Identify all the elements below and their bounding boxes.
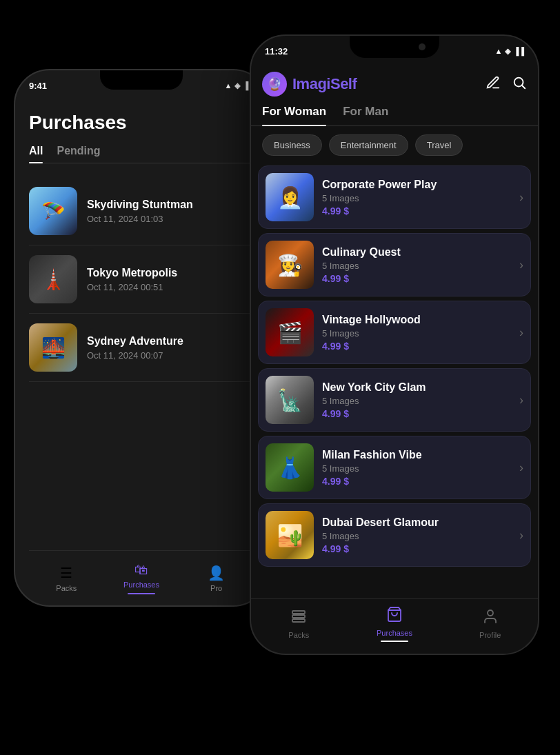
pack-price: 4.99 $ — [322, 205, 511, 217]
svg-rect-4 — [292, 619, 305, 622]
purchases-tabs: All Pending — [29, 145, 254, 163]
list-item[interactable]: 👩‍💼 Corporate Power Play 5 Images 4.99 $… — [258, 165, 531, 229]
pack-info: Corporate Power Play 5 Images 4.99 $ — [322, 179, 511, 217]
pack-info: Milan Fashion Vibe 5 Images 4.99 $ — [322, 449, 511, 487]
list-item[interactable]: 🗽 New York City Glam 5 Images 4.99 $ › — [258, 368, 531, 432]
purchases-title: Purchases — [29, 112, 254, 134]
pack-list: 👩‍💼 Corporate Power Play 5 Images 4.99 $… — [251, 165, 538, 598]
nav-pro-label: Pro — [210, 584, 222, 592]
tab-for-man[interactable]: For Man — [343, 105, 388, 125]
pack-name: Culinary Quest — [322, 246, 511, 259]
pack-thumbnail: 🏜️ — [266, 511, 314, 559]
list-item[interactable]: 🪂 Skydiving Stuntman Oct 11, 2024 01:03 — [29, 177, 254, 245]
back-time: 9:41 — [29, 81, 47, 91]
filter-chips: Business Entertainment Travel — [251, 134, 538, 156]
chevron-right-icon: › — [519, 461, 523, 475]
pack-price: 4.99 $ — [322, 543, 511, 554]
svg-rect-2 — [292, 611, 305, 614]
app-logo: 🔮 — [262, 72, 287, 97]
purchase-info: Skydiving Stuntman Oct 11, 2024 01:03 — [87, 199, 254, 224]
nav-packs-front[interactable]: Packs — [251, 599, 347, 648]
nav-profile-front[interactable]: Profile — [442, 599, 538, 648]
chevron-right-icon: › — [519, 190, 523, 205]
profile-icon-front — [482, 608, 499, 629]
pack-count: 5 Images — [322, 261, 511, 271]
nav-purchases-label-front: Purchases — [377, 629, 412, 637]
purchase-list: 🪂 Skydiving Stuntman Oct 11, 2024 01:03 … — [29, 177, 254, 550]
app-logo-icon: 🔮 — [267, 77, 282, 92]
purchase-thumbnail: 🗼 — [29, 255, 77, 303]
list-item[interactable]: 🎬 Vintage Hollywood 5 Images 4.99 $ › — [258, 301, 531, 364]
back-phone: 9:41 ▲ ◈ ▐▐ Purchases All Pending 🪂 Skyd… — [14, 69, 269, 607]
front-status-bar: 11:32 ▲ ◈ ▐▐ — [251, 36, 538, 66]
pack-name: Dubai Desert Glamour — [322, 516, 511, 529]
pack-price: 4.99 $ — [322, 273, 511, 284]
list-item[interactable]: 🗼 Tokyo Metropolis Oct 11, 2024 00:51 — [29, 245, 254, 314]
pack-name: Corporate Power Play — [322, 179, 511, 191]
front-phone: 11:32 ▲ ◈ ▐▐ 🔮 ImagiSelf — [250, 34, 539, 655]
nav-packs-label-front: Packs — [288, 631, 309, 639]
purchases-icon-front — [386, 606, 403, 627]
chevron-right-icon: › — [519, 528, 523, 543]
pro-icon: 👤 — [208, 565, 225, 581]
purchase-date: Oct 11, 2024 00:07 — [87, 350, 254, 361]
list-item[interactable]: 👩‍🍳 Culinary Quest 5 Images 4.99 $ › — [258, 233, 531, 296]
back-bottom-nav: ☰ Packs 🛍 Purchases 👤 Pro — [29, 550, 254, 605]
nav-packs-label: Packs — [56, 584, 77, 592]
nav-active-indicator-front — [381, 641, 408, 642]
nav-purchases-front[interactable]: Purchases — [347, 599, 443, 648]
front-bottom-nav: Packs Purchases Profile — [251, 598, 538, 654]
pack-thumbnail: 👩‍💼 — [266, 173, 314, 221]
purchase-name: Skydiving Stuntman — [87, 199, 254, 211]
pack-price: 4.99 $ — [322, 476, 511, 487]
tab-pending[interactable]: Pending — [57, 145, 100, 163]
tab-for-woman[interactable]: For Woman — [262, 105, 326, 125]
pack-name: Milan Fashion Vibe — [322, 449, 511, 461]
list-item[interactable]: 👗 Milan Fashion Vibe 5 Images 4.99 $ › — [258, 436, 531, 499]
pack-count: 5 Images — [322, 396, 511, 406]
pack-info: New York City Glam 5 Images 4.99 $ — [322, 381, 511, 419]
front-content: 🔮 ImagiSelf For Woman For Man — [251, 66, 538, 654]
list-item[interactable]: 🌉 Sydney Adventure Oct 11, 2024 00:07 — [29, 314, 254, 382]
purchase-thumbnail: 🪂 — [29, 187, 77, 235]
list-item[interactable]: 🏜️ Dubai Desert Glamour 5 Images 4.99 $ … — [258, 503, 531, 567]
search-icon[interactable] — [512, 75, 527, 94]
purchase-name: Tokyo Metropolis — [87, 267, 254, 279]
chevron-right-icon: › — [519, 325, 523, 340]
chevron-right-icon: › — [519, 258, 523, 272]
back-status-bar: 9:41 ▲ ◈ ▐▐ — [15, 70, 268, 101]
pack-count: 5 Images — [322, 463, 511, 474]
nav-packs-back[interactable]: ☰ Packs — [29, 551, 104, 605]
purchase-thumbnail: 🌉 — [29, 323, 77, 372]
purchase-name: Sydney Adventure — [87, 335, 254, 348]
chip-business[interactable]: Business — [262, 134, 322, 156]
gender-tabs: For Woman For Man — [251, 105, 538, 126]
chevron-right-icon: › — [519, 393, 523, 407]
packs-icon: ☰ — [60, 565, 72, 581]
purchase-info: Sydney Adventure Oct 11, 2024 00:07 — [87, 335, 254, 361]
nav-profile-label-front: Profile — [479, 631, 501, 639]
svg-point-0 — [514, 77, 523, 86]
chip-travel[interactable]: Travel — [415, 134, 463, 156]
back-notch — [100, 70, 183, 90]
nav-active-indicator — [128, 593, 155, 594]
svg-line-1 — [522, 85, 525, 88]
purchase-info: Tokyo Metropolis Oct 11, 2024 00:51 — [87, 267, 254, 292]
chip-entertainment[interactable]: Entertainment — [329, 134, 408, 156]
pack-thumbnail: 🗽 — [266, 376, 314, 424]
camera-dot — [419, 43, 426, 50]
nav-pro-back[interactable]: 👤 Pro — [179, 551, 254, 605]
purchase-date: Oct 11, 2024 00:51 — [87, 282, 254, 292]
front-time: 11:32 — [265, 46, 288, 57]
app-name: ImagiSelf — [292, 75, 480, 93]
nav-purchases-back[interactable]: 🛍 Purchases — [104, 551, 179, 605]
header-icons — [486, 75, 527, 94]
tab-all[interactable]: All — [29, 145, 43, 163]
pack-thumbnail: 👩‍🍳 — [266, 241, 314, 289]
compose-icon[interactable] — [486, 75, 501, 94]
pack-price: 4.99 $ — [322, 341, 511, 352]
back-content: Purchases All Pending 🪂 Skydiving Stuntm… — [15, 101, 268, 605]
svg-point-6 — [488, 610, 493, 616]
front-notch — [350, 36, 439, 58]
pack-name: Vintage Hollywood — [322, 314, 511, 326]
